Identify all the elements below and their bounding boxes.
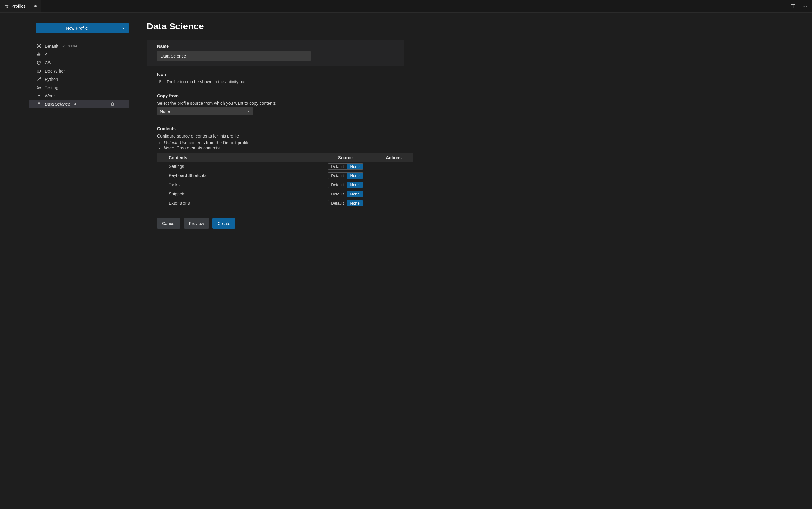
profile-item-label: Work <box>45 93 55 98</box>
table-row: TasksDefaultNone <box>157 180 413 189</box>
split-editor-icon[interactable] <box>789 2 797 10</box>
icon-section: Icon Profile icon to be shown in the act… <box>147 68 404 86</box>
contents-row-label: Extensions <box>157 199 316 208</box>
new-profile-label: New Profile <box>66 26 88 31</box>
source-option-default[interactable]: Default <box>328 191 347 197</box>
check-icon <box>61 44 65 48</box>
source-option-none[interactable]: None <box>347 200 363 206</box>
cancel-button[interactable]: Cancel <box>157 218 180 229</box>
contents-row-actions <box>375 171 413 180</box>
svg-point-29 <box>123 103 124 104</box>
source-option-default[interactable]: Default <box>328 173 347 178</box>
contents-row-actions <box>375 180 413 189</box>
svg-point-9 <box>38 45 40 47</box>
source-toggle[interactable]: DefaultNone <box>328 181 363 188</box>
contents-row-actions <box>375 162 413 171</box>
bullet-default-label: Default: <box>164 140 178 145</box>
contents-row-source: DefaultNone <box>316 199 375 208</box>
source-toggle[interactable]: DefaultNone <box>328 163 363 170</box>
svg-point-7 <box>804 6 805 7</box>
book-icon <box>36 69 42 73</box>
bolt-icon <box>36 93 42 98</box>
contents-row-actions <box>375 199 413 208</box>
profile-item-python[interactable]: Python <box>29 75 129 83</box>
copy-from-select[interactable]: None <box>157 107 253 115</box>
source-option-none[interactable]: None <box>347 182 363 188</box>
contents-row-source: DefaultNone <box>316 180 375 189</box>
chevron-down-icon <box>246 109 250 113</box>
bullet-default-text: Use contents from the Default profile <box>180 140 249 145</box>
source-option-default[interactable]: Default <box>328 182 347 188</box>
contents-row-label: Keyboard Shortcuts <box>157 171 316 180</box>
source-option-none[interactable]: None <box>347 164 363 169</box>
source-option-default[interactable]: Default <box>328 164 347 169</box>
mic-icon[interactable] <box>157 79 163 84</box>
svg-point-6 <box>803 6 804 7</box>
profile-item-label: Python <box>45 77 58 82</box>
svg-rect-30 <box>160 80 161 82</box>
contents-row-actions <box>375 189 413 199</box>
profile-item-doc-writer[interactable]: Doc Writer <box>29 67 129 75</box>
trash-icon[interactable] <box>109 100 116 108</box>
svg-point-14 <box>39 53 39 53</box>
copy-from-value: None <box>160 109 170 114</box>
svg-point-12 <box>39 54 40 55</box>
new-profile-dropdown-button[interactable] <box>118 23 129 33</box>
col-source-header: Source <box>316 154 375 162</box>
contents-label: Contents <box>157 126 404 131</box>
source-option-default[interactable]: Default <box>328 200 347 206</box>
gear-icon <box>36 43 42 49</box>
table-row: Keyboard ShortcutsDefaultNone <box>157 171 413 180</box>
profile-item-testing[interactable]: Testing <box>29 83 129 92</box>
titlebar: Profiles <box>0 0 812 12</box>
profile-editor: Data Science Name Icon Profile icon to b… <box>136 12 812 509</box>
profile-name-input[interactable] <box>157 51 311 61</box>
new-profile-button[interactable]: New Profile <box>36 23 118 33</box>
profile-item-label: Data Science <box>45 102 70 107</box>
profile-item-label: Default <box>45 44 58 49</box>
profile-item-work[interactable]: Work <box>29 92 129 100</box>
robot-icon <box>36 52 42 57</box>
contents-row-source: DefaultNone <box>316 162 375 171</box>
smiley-icon <box>36 85 42 90</box>
shield-icon <box>36 60 42 65</box>
more-actions-icon[interactable] <box>118 100 126 108</box>
profiles-sidebar: New Profile Default <box>0 12 136 509</box>
table-row: SettingsDefaultNone <box>157 162 413 171</box>
svg-point-15 <box>39 62 39 63</box>
source-option-none[interactable]: None <box>347 191 363 197</box>
profile-list: Default In use AI <box>29 42 129 108</box>
profile-item-label: Doc Writer <box>45 69 65 73</box>
copy-from-hint: Select the profile source from which you… <box>157 101 404 106</box>
contents-row-source: DefaultNone <box>316 171 375 180</box>
source-toggle[interactable]: DefaultNone <box>328 191 363 197</box>
tab-modified-indicator <box>34 5 37 7</box>
tab-profiles[interactable]: Profiles <box>0 0 41 12</box>
col-contents-header: Contents <box>157 154 316 162</box>
icon-label: Icon <box>157 72 404 77</box>
create-button[interactable]: Create <box>212 218 235 229</box>
name-section: Name <box>147 39 404 66</box>
copy-from-label: Copy from <box>157 93 404 98</box>
profile-item-ai[interactable]: AI <box>29 50 129 59</box>
profile-item-label: CS <box>45 60 50 65</box>
contents-row-source: DefaultNone <box>316 189 375 199</box>
preview-button[interactable]: Preview <box>184 218 209 229</box>
tab-title: Profiles <box>11 4 26 8</box>
profile-item-data-science[interactable]: Data Science <box>29 100 129 108</box>
table-row: SnippetsDefaultNone <box>157 189 413 199</box>
source-toggle[interactable]: DefaultNone <box>328 200 363 206</box>
contents-section: Contents Configure source of contents fo… <box>147 116 404 209</box>
settings-sliders-icon <box>4 4 9 8</box>
profile-item-default[interactable]: Default In use <box>29 42 129 50</box>
source-toggle[interactable]: DefaultNone <box>328 172 363 179</box>
svg-rect-25 <box>38 102 39 104</box>
contents-row-label: Tasks <box>157 180 316 189</box>
svg-point-21 <box>40 78 41 78</box>
snake-icon <box>36 77 42 82</box>
table-row: ExtensionsDefaultNone <box>157 199 413 208</box>
svg-point-24 <box>39 87 39 87</box>
profile-item-cs[interactable]: CS <box>29 59 129 67</box>
source-option-none[interactable]: None <box>347 173 363 178</box>
more-actions-icon[interactable] <box>801 2 808 10</box>
